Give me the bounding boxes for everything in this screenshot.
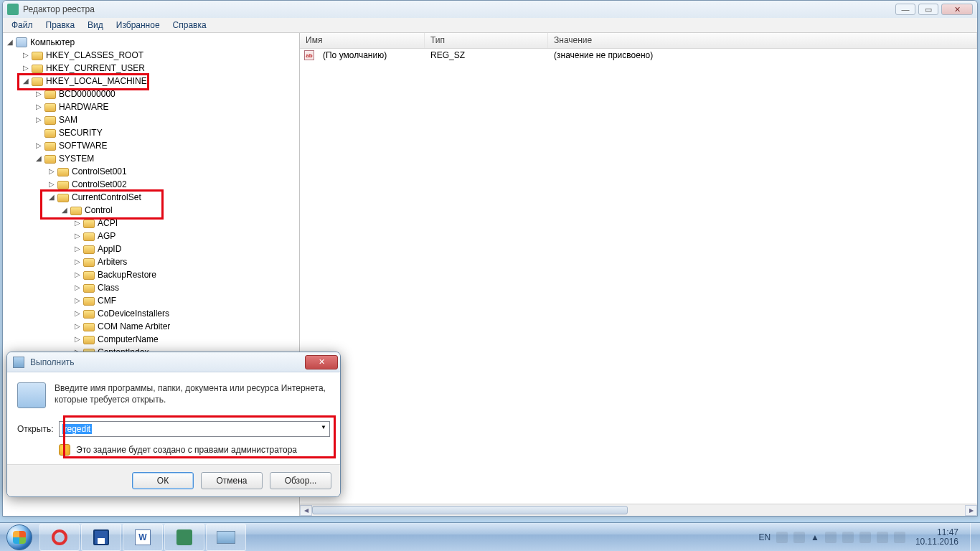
tree-node[interactable]: ◢Control	[6, 204, 299, 217]
task-run[interactable]	[206, 524, 246, 551]
tree-node[interactable]: ▷HKEY_CURRENT_USER	[6, 62, 299, 75]
menu-file[interactable]: Файл	[6, 19, 39, 32]
system-tray[interactable]: EN ▲ 11:47 10.11.2016	[751, 528, 970, 547]
tree-node[interactable]: ▷CMF	[6, 294, 299, 307]
h-scrollbar[interactable]: ◀ ▶	[300, 504, 977, 516]
tray-icon-2[interactable]	[842, 532, 854, 543]
tree-node[interactable]: ▷ComputerName	[6, 333, 299, 346]
cancel-button[interactable]: Отмена	[201, 472, 263, 489]
folder-icon	[44, 154, 56, 164]
minimize-button[interactable]: —	[895, 4, 915, 15]
folder-icon	[83, 296, 95, 306]
open-combobox[interactable]: regedit ▼	[59, 421, 330, 437]
cell-value: (значение не присвоено)	[548, 50, 659, 60]
run-task-icon	[217, 531, 235, 544]
dialog-titlebar[interactable]: Выполнить ✕	[7, 352, 340, 372]
col-value[interactable]: Значение	[548, 33, 977, 48]
tree-node[interactable]: ▷BCD00000000	[6, 88, 299, 100]
folder-icon	[83, 218, 95, 228]
tree-node[interactable]: ◢CurrentControlSet	[6, 191, 299, 204]
open-input-value[interactable]: regedit	[62, 424, 92, 434]
tree-node[interactable]: ▷COM Name Arbiter	[6, 320, 299, 333]
tree-node[interactable]: ▷SOFTWARE	[6, 139, 299, 152]
start-button[interactable]	[0, 523, 39, 552]
task-opera[interactable]	[39, 524, 80, 551]
dialog-close-button[interactable]: ✕	[305, 355, 338, 369]
taskbar[interactable]: W EN ▲ 11:47 10.11.2016	[0, 522, 980, 551]
tree-node[interactable]: ▷CoDeviceInstallers	[6, 307, 299, 320]
task-word[interactable]: W	[123, 524, 163, 551]
list-row[interactable]: ab (По умолчанию) REG_SZ (значение не пр…	[300, 49, 977, 62]
tree-node[interactable]: ▷Arbiters	[6, 255, 299, 268]
tray-up-icon[interactable]: ▲	[811, 532, 819, 542]
tree-node[interactable]: ◢HKEY_LOCAL_MACHINE	[6, 75, 299, 88]
run-dialog[interactable]: Выполнить ✕ Введите имя программы, папки…	[6, 352, 341, 497]
windows-orb-icon	[6, 524, 32, 550]
tree-node[interactable]: ▷BackupRestore	[6, 268, 299, 281]
clock-date: 10.11.2016	[915, 537, 958, 547]
volume-icon[interactable]	[894, 532, 905, 543]
tree-node[interactable]: ▷HKEY_CLASSES_ROOT	[6, 49, 299, 62]
chevron-down-icon[interactable]: ▼	[321, 424, 326, 430]
window-title: Редактор реестра	[23, 4, 895, 14]
tray-icon-1[interactable]	[825, 532, 837, 543]
tree-node[interactable]: ▷AGP	[6, 230, 299, 242]
scroll-right-icon[interactable]: ▶	[965, 505, 977, 516]
app-icon	[7, 4, 19, 15]
menu-help[interactable]: Справка	[167, 19, 212, 32]
tree-node[interactable]: ▷AppID	[6, 242, 299, 255]
clock[interactable]: 11:47 10.11.2016	[911, 528, 963, 547]
col-type[interactable]: Тип	[425, 33, 548, 48]
folder-icon	[83, 283, 95, 293]
tree-node[interactable]: SECURITY	[6, 126, 299, 139]
tree-root[interactable]: ◢Компьютер	[6, 36, 299, 49]
folder-icon	[83, 244, 95, 254]
browse-button[interactable]: Обзор...	[270, 472, 331, 489]
folder-icon	[32, 63, 43, 73]
scroll-thumb[interactable]	[312, 506, 628, 514]
show-desktop-button[interactable]	[970, 523, 980, 552]
folder-icon	[32, 50, 43, 60]
reg-string-icon: ab	[304, 50, 314, 60]
tree-node[interactable]: ▷Class	[6, 281, 299, 294]
tree-node[interactable]: ▷SAM	[6, 113, 299, 126]
task-regedit[interactable]	[164, 524, 204, 551]
scroll-left-icon[interactable]: ◀	[300, 505, 312, 516]
word-icon: W	[135, 529, 151, 545]
list-pane[interactable]: Имя Тип Значение ab (По умолчанию) REG_S…	[300, 33, 977, 516]
tray-icon-3[interactable]	[859, 532, 871, 543]
regedit-icon	[176, 529, 192, 545]
tree-node[interactable]: ▷ACPI	[6, 217, 299, 230]
cell-name: (По умолчанию)	[317, 50, 425, 60]
menu-view[interactable]: Вид	[82, 19, 109, 32]
folder-icon	[83, 309, 95, 319]
tree-node[interactable]: ▷HARDWARE	[6, 100, 299, 113]
close-button[interactable]: ✕	[941, 4, 973, 15]
shield-icon	[59, 444, 70, 456]
network-icon[interactable]	[877, 532, 888, 543]
folder-icon	[32, 76, 43, 86]
clock-time: 11:47	[915, 528, 958, 537]
task-save[interactable]	[81, 524, 121, 551]
computer-icon	[16, 37, 27, 47]
tree-node[interactable]: ▷ControlSet002	[6, 178, 299, 191]
flag-icon[interactable]	[793, 532, 805, 543]
tree-node[interactable]: ◢SYSTEM	[6, 152, 299, 165]
menu-edit[interactable]: Правка	[40, 19, 81, 32]
run-title-icon	[13, 357, 24, 368]
maximize-button[interactable]: ▭	[918, 4, 938, 15]
titlebar[interactable]: Редактор реестра — ▭ ✕	[3, 1, 977, 18]
help-icon[interactable]	[776, 532, 788, 543]
floppy-icon	[93, 529, 109, 545]
folder-icon	[57, 179, 69, 189]
ok-button[interactable]: ОК	[132, 472, 194, 489]
folder-icon	[83, 231, 95, 241]
lang-indicator[interactable]: EN	[758, 532, 771, 542]
tree-node[interactable]: ▷ControlSet001	[6, 165, 299, 178]
col-name[interactable]: Имя	[300, 33, 425, 48]
run-description: Введите имя программы, папки, документа …	[55, 382, 330, 408]
folder-icon	[44, 102, 56, 112]
folder-icon	[57, 192, 69, 202]
menu-favorites[interactable]: Избранное	[110, 19, 166, 32]
admin-note: Это задание будет создано с правами адми…	[76, 445, 297, 455]
